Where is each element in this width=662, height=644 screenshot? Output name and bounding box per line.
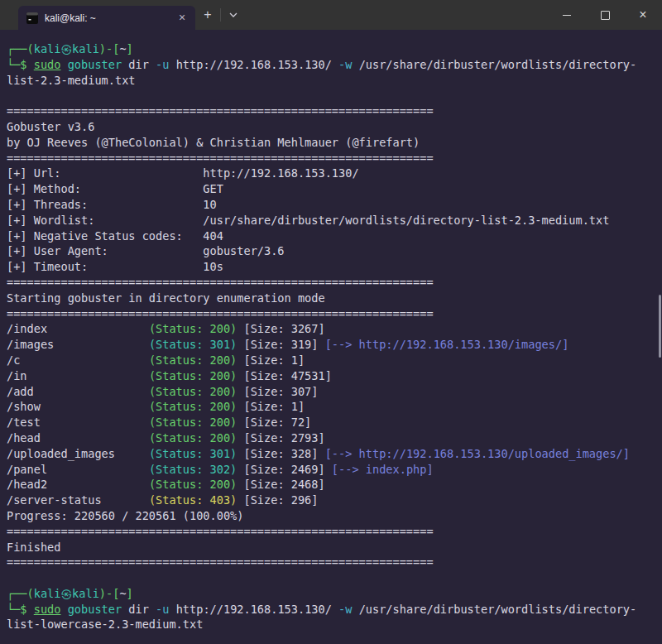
terminal-line: /head (Status: 200) [Size: 2793]	[7, 430, 655, 446]
terminal-line: ┌──(kali㉿kali)-[~]	[7, 586, 655, 602]
terminal-line: ┌──(kali㉿kali)-[~]	[7, 41, 655, 57]
new-tab-button[interactable]: +	[195, 0, 220, 30]
terminal-line: [+] Method: GET	[7, 181, 655, 197]
terminal-line: list-2.3-medium.txt	[7, 73, 655, 89]
terminal-line: /index (Status: 200) [Size: 3267]	[7, 321, 655, 337]
terminal-line: /images (Status: 301) [Size: 319] [--> h…	[7, 337, 655, 353]
terminal-line: [+] User Agent: gobuster/3.6	[7, 243, 655, 259]
scrollbar-thumb[interactable]	[659, 295, 661, 358]
terminal-line: └─$ sudo gobuster dir -u http://192.168.…	[7, 602, 655, 618]
terminal-line: └─$ sudo gobuster dir -u http://192.168.…	[7, 57, 655, 73]
terminal-line: by OJ Reeves (@TheColonial) & Christian …	[7, 135, 655, 151]
terminal-line: [+] Wordlist: /usr/share/dirbuster/wordl…	[7, 213, 655, 228]
terminal-line: Progress: 220560 / 220561 (100.00%)	[7, 508, 655, 524]
maximize-button[interactable]	[586, 0, 624, 30]
terminal-line: [+] Negative Status codes: 404	[7, 228, 655, 244]
terminal-line: [+] Timeout: 10s	[7, 259, 655, 275]
terminal-line: [+] Threads: 10	[7, 197, 655, 213]
terminal-line: /show (Status: 200) [Size: 1]	[7, 399, 655, 415]
chevron-down-icon	[229, 12, 237, 17]
terminal-line: ========================================…	[7, 151, 655, 166]
terminal-window: kali@kali: ~ × + × ┌──(kali㉿kali)-[~]└─$…	[0, 0, 662, 644]
terminal-line: /test (Status: 200) [Size: 72]	[7, 415, 655, 430]
terminal-line: /head2 (Status: 200) [Size: 2468]	[7, 477, 655, 493]
terminal-line: ========================================…	[7, 103, 655, 119]
terminal-line: ========================================…	[7, 524, 655, 540]
titlebar[interactable]: kali@kali: ~ × + ×	[0, 0, 662, 30]
terminal-line: /c (Status: 200) [Size: 1]	[7, 353, 655, 368]
terminal-line: /add (Status: 200) [Size: 307]	[7, 384, 655, 400]
close-icon: ×	[639, 8, 646, 22]
terminal-line	[7, 88, 655, 103]
terminal-line: /panel (Status: 302) [Size: 2469] [--> i…	[7, 462, 655, 478]
terminal-line: Gobuster v3.6	[7, 119, 655, 135]
maximize-icon	[601, 11, 610, 20]
terminal-line: /in (Status: 200) [Size: 47531]	[7, 368, 655, 384]
minimize-button[interactable]	[548, 0, 586, 30]
titlebar-drag-area[interactable]	[246, 0, 548, 30]
terminal-line: Finished	[7, 540, 655, 555]
tab-kali[interactable]: kali@kali: ~ ×	[18, 6, 195, 30]
tab-dropdown-button[interactable]	[221, 0, 246, 30]
close-button[interactable]: ×	[624, 0, 662, 30]
minimize-icon	[563, 15, 571, 16]
terminal-line: Starting gobuster in directory enumerati…	[7, 291, 655, 306]
terminal-line: ========================================…	[7, 275, 655, 291]
terminal-line: /server-status (Status: 403) [Size: 296]	[7, 493, 655, 508]
tab-close-icon[interactable]: ×	[175, 12, 189, 25]
terminal-icon	[26, 12, 38, 24]
terminal-line	[7, 570, 655, 586]
tab-title: kali@kali: ~	[45, 12, 169, 24]
terminal-output[interactable]: ┌──(kali㉿kali)-[~]└─$ sudo gobuster dir …	[0, 30, 662, 644]
terminal-line: /uploaded_images (Status: 301) [Size: 32…	[7, 446, 655, 462]
terminal-line: [+] Url: http://192.168.153.130/	[7, 166, 655, 181]
terminal-line: list-lowercase-2.3-medium.txt	[7, 617, 655, 632]
terminal-line: ========================================…	[7, 306, 655, 322]
terminal-line: ========================================…	[7, 555, 655, 570]
